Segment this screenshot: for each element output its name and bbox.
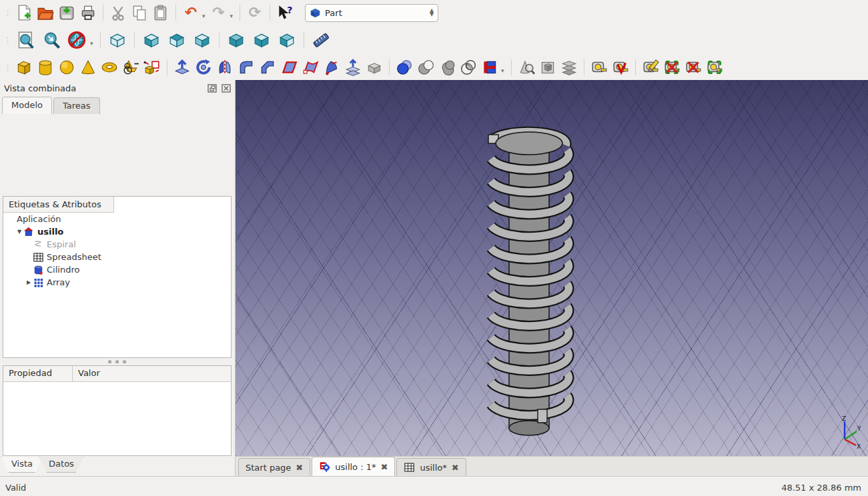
panel-titlebar[interactable]: Vista combinada bbox=[0, 80, 235, 97]
expander-icon[interactable]: ▼ bbox=[15, 229, 23, 235]
extrude-button[interactable] bbox=[171, 57, 193, 78]
screw-model[interactable] bbox=[236, 80, 868, 459]
measure-ruler-button[interactable] bbox=[308, 27, 334, 53]
close-tab-icon[interactable]: ✖ bbox=[380, 462, 388, 472]
expander-icon[interactable]: ▶ bbox=[25, 279, 33, 285]
tree-column-header[interactable]: Etiquetas & Atributos bbox=[3, 197, 114, 213]
view-right-button[interactable] bbox=[189, 27, 215, 53]
document-tabbar: Start page✖usillo : 1*✖usillo*✖ bbox=[236, 456, 868, 476]
document-tab-usillo-[interactable]: usillo*✖ bbox=[396, 458, 466, 476]
loft-button[interactable] bbox=[321, 57, 342, 78]
make-face-button[interactable] bbox=[278, 57, 300, 78]
tree-item-espiral[interactable]: Espiral bbox=[3, 238, 231, 251]
toolbar-drag-handle[interactable]: ⋮ bbox=[4, 36, 10, 45]
boolean-union-button[interactable] bbox=[436, 57, 458, 78]
undo-dropdown-arrow[interactable]: ▾ bbox=[202, 13, 205, 19]
boolean-intersection-button[interactable] bbox=[458, 57, 479, 78]
tab-vista[interactable]: Vista bbox=[1, 457, 43, 473]
boolean-button[interactable] bbox=[394, 57, 415, 78]
measure-linear-button[interactable] bbox=[588, 57, 610, 78]
tree-item-aplicaci-n[interactable]: Aplicación bbox=[3, 213, 231, 225]
draw-style-button[interactable] bbox=[64, 27, 89, 53]
tree-item-usillo[interactable]: ▼usillo bbox=[3, 225, 231, 238]
ruled-surface-button[interactable] bbox=[300, 57, 321, 78]
close-tab-icon[interactable]: ✖ bbox=[296, 463, 303, 473]
tree-item-label: Spreadsheet bbox=[47, 252, 101, 262]
workbench-selector[interactable]: Part ▲▼ bbox=[305, 4, 438, 22]
redo-button[interactable]: ↷ bbox=[208, 2, 230, 23]
document-tab-usillo-1-[interactable]: usillo : 1*✖ bbox=[312, 457, 395, 476]
combined-view-tabs: ModeloTareas bbox=[0, 97, 235, 114]
float-panel-button[interactable] bbox=[207, 84, 217, 93]
primitives-button[interactable] bbox=[120, 57, 141, 78]
copy-button[interactable] bbox=[129, 2, 150, 23]
workbench-spinner[interactable]: ▲▼ bbox=[430, 9, 434, 17]
fit-all-button[interactable] bbox=[13, 27, 39, 53]
boolean-cut-button[interactable] bbox=[415, 57, 436, 78]
close-panel-button[interactable] bbox=[221, 84, 231, 93]
mirror-icon bbox=[216, 59, 234, 76]
tab-datos[interactable]: Datos bbox=[39, 457, 84, 473]
toggle-measurement-delta-icon bbox=[706, 59, 723, 76]
measure-angular-button[interactable] bbox=[610, 57, 631, 78]
paste-button[interactable] bbox=[150, 2, 171, 23]
value-column-header[interactable]: Valor bbox=[73, 366, 105, 381]
torus-button[interactable] bbox=[99, 57, 120, 78]
view-axonometric-button[interactable] bbox=[105, 27, 130, 53]
draw-style-dropdown-arrow[interactable]: ▾ bbox=[90, 40, 93, 47]
whats-this-button[interactable]: ? bbox=[274, 2, 296, 23]
sphere-button[interactable] bbox=[56, 57, 77, 78]
tree-item-label: Array bbox=[47, 277, 70, 287]
tree-item-spreadsheet[interactable]: Spreadsheet bbox=[3, 251, 231, 263]
fit-selection-button[interactable] bbox=[39, 27, 64, 53]
toolbar-part: ⋮ ▾ bbox=[0, 55, 868, 80]
redo-dropdown-arrow[interactable]: ▾ bbox=[230, 13, 234, 19]
new-document-button[interactable] bbox=[13, 2, 35, 23]
tab-modelo[interactable]: Modelo bbox=[2, 97, 52, 114]
view-top-button[interactable] bbox=[164, 27, 189, 53]
view-bottom-button[interactable] bbox=[249, 27, 274, 53]
cross-sections-button[interactable] bbox=[558, 57, 580, 78]
property-column-header[interactable]: Propiedad bbox=[3, 366, 73, 381]
cone-button[interactable] bbox=[77, 57, 99, 78]
toolbar-separator bbox=[240, 5, 240, 21]
spiral-icon bbox=[33, 239, 44, 250]
clear-measurement-button[interactable] bbox=[661, 57, 683, 78]
section-button[interactable] bbox=[479, 57, 500, 78]
toolbar-drag-handle[interactable]: ⋮ bbox=[4, 9, 10, 17]
tab-tareas[interactable]: Tareas bbox=[53, 97, 100, 114]
shape-builder-button[interactable] bbox=[141, 57, 163, 78]
sweep-button[interactable] bbox=[342, 57, 364, 78]
toggle-measurement-delta-button[interactable] bbox=[704, 57, 725, 78]
measure-refresh-button[interactable] bbox=[640, 57, 661, 78]
print-button[interactable] bbox=[77, 2, 99, 23]
check-geometry-button[interactable] bbox=[516, 57, 537, 78]
revolve-button[interactable] bbox=[193, 57, 214, 78]
cylinder-button[interactable] bbox=[35, 57, 56, 78]
open-folder-button[interactable] bbox=[35, 2, 56, 23]
toggle-measurement-3d-button[interactable] bbox=[683, 57, 704, 78]
cut-button[interactable] bbox=[107, 2, 129, 23]
toolbar-drag-handle[interactable]: ⋮ bbox=[4, 63, 10, 72]
defeaturing-button[interactable] bbox=[537, 57, 558, 78]
3d-view[interactable]: Z Y X bbox=[236, 80, 868, 456]
axis-x-label: X bbox=[857, 443, 861, 449]
panel-splitter[interactable]: ▪ ▪ ▪ bbox=[0, 358, 235, 365]
view-rear-button[interactable] bbox=[224, 27, 249, 53]
close-tab-icon[interactable]: ✖ bbox=[452, 463, 459, 473]
undo-button[interactable]: ↶ bbox=[180, 2, 201, 23]
tree-item-cilindro[interactable]: Cilindro bbox=[3, 263, 231, 276]
offset-button[interactable] bbox=[364, 57, 385, 78]
document-tab-start-page[interactable]: Start page✖ bbox=[238, 458, 310, 476]
tree-item-array[interactable]: ▶Array bbox=[3, 276, 231, 289]
fillet-icon bbox=[238, 59, 255, 76]
save-button[interactable] bbox=[56, 2, 77, 23]
fillet-button[interactable] bbox=[236, 57, 257, 78]
section-dropdown-arrow[interactable]: ▾ bbox=[501, 67, 504, 74]
view-front-button[interactable] bbox=[139, 27, 164, 53]
view-left-button[interactable] bbox=[274, 27, 300, 53]
box-button[interactable] bbox=[13, 57, 35, 78]
mirror-button[interactable] bbox=[214, 57, 236, 78]
refresh-button[interactable]: ⟳ bbox=[244, 2, 266, 23]
chamfer-button[interactable] bbox=[257, 57, 278, 78]
